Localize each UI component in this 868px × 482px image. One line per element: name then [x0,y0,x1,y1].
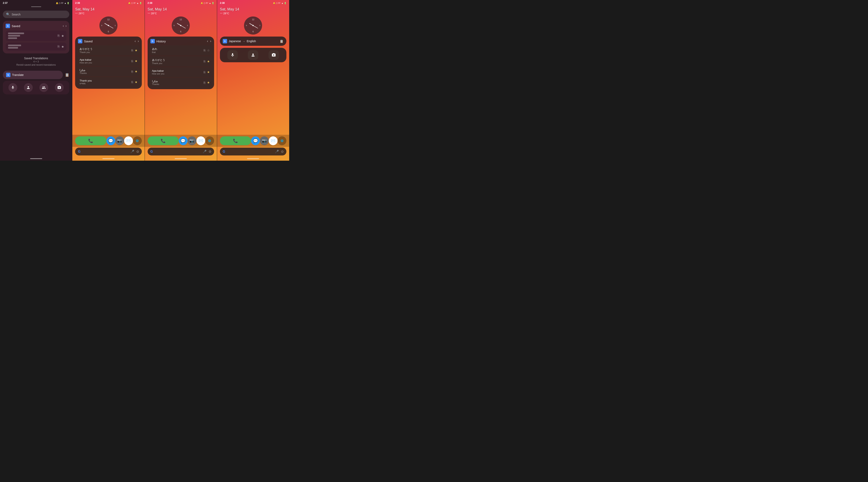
tw-hist-item-4[interactable]: شكرا Thanks ⎘ ★ [150,78,212,87]
extra-dock-4[interactable]: 🌐 [278,137,286,145]
copy-icon-h3[interactable]: ⎘ [204,70,206,74]
tw-secondary-4: धन्यवाद [80,82,92,85]
copy-icon-1[interactable]: ⎘ [131,49,133,52]
nav-prev[interactable]: ‹ [63,24,64,28]
mic-button[interactable] [8,83,17,92]
star-h3[interactable]: ★ [207,70,210,74]
status-icons-2: 🔔 ⬡ H⁺ ▲ 🔋 [128,2,142,4]
nav-arrows[interactable]: ‹ › [63,24,67,28]
search-bar[interactable]: 🔍 Search [3,11,69,18]
person-action-4[interactable] [248,50,258,60]
copy-icon-h1[interactable]: ⎘ [204,49,206,52]
translate-button[interactable]: G Translate [3,71,63,79]
star-1[interactable]: ★ [135,49,137,52]
home-indicator-3 [145,157,217,161]
tw-hist-actions-3[interactable]: ⎘ ★ [204,70,210,74]
tw-item-1[interactable]: ありがとう Thank you ⎘ ★ [77,46,140,55]
copy-icon-h4[interactable]: ⎘ [204,81,206,84]
lang-arrow-4: → [242,40,245,43]
person-button[interactable] [24,83,33,92]
camera-dock-3[interactable]: 📷 [188,137,196,145]
extra-dock-3[interactable]: 🌐 [205,137,214,145]
tw-actions-3[interactable]: ⎘ ★ [131,70,137,73]
tw-actions-4[interactable]: ⎘ ★ [131,80,137,84]
google-bar-4[interactable]: G 🎤 ⊙ [220,148,286,155]
clock-9-3: 9 [174,25,175,27]
google-mic-3[interactable]: 🎤 [203,150,207,153]
tw-hist-item-2[interactable]: ありがとう Thank you ⎘ ★ [150,56,212,66]
copy-icon-4[interactable]: ⎘ [131,80,133,84]
search-label: Search [12,13,21,16]
star-4[interactable]: ★ [135,80,137,84]
tw-item-text-2: Apa kabar How are you [80,58,92,64]
star-h4[interactable]: ★ [207,81,210,84]
tw-nav-3[interactable]: ‹ › [207,39,211,43]
nav-next[interactable]: › [65,24,66,28]
copy-icon-2[interactable]: ⎘ [131,59,133,63]
tw-nav-2[interactable]: ‹ › [134,39,139,43]
clock-3: 3 [115,25,116,27]
phone-dock-2[interactable]: 📞 [75,137,106,145]
clipboard-icon[interactable]: 📋 [65,73,69,77]
messages-dock-4[interactable]: 💬 [251,137,260,145]
phone-dock-4[interactable]: 📞 [220,137,251,145]
preview-actions-2[interactable]: ⎘ ★ [58,45,64,49]
google-mic-4[interactable]: 🎤 [275,150,279,153]
group-button[interactable] [39,83,48,92]
clipboard-lang-4[interactable]: 📋 [280,39,284,43]
google-lens-2[interactable]: ⊙ [136,150,139,153]
gmail-dock-2[interactable]: ✉️ [124,137,133,145]
star-h2[interactable]: ★ [207,60,210,63]
tw-item-2[interactable]: Apa kabar How are you ⎘ ★ [77,56,140,66]
tw-prev-3[interactable]: ‹ [207,39,208,43]
tw-hist-actions-1[interactable]: ⎘ ☆ [204,49,210,52]
min-hand-4 [253,25,258,29]
wallpaper-content-4: Sat, May 14 〰 28°C 12 3 6 9 G Japanese [217,6,289,135]
google-bar-2[interactable]: G 🎤 ⊙ [75,148,142,155]
tw-next-2[interactable]: › [138,39,139,43]
camera-button[interactable] [55,83,64,92]
clock-9-4: 9 [246,25,247,27]
tw-next-3[interactable]: › [210,39,211,43]
messages-dock-2[interactable]: 💬 [106,137,115,145]
google-mic-2[interactable]: 🎤 [130,150,134,153]
tw-actions-1[interactable]: ⎘ ★ [131,49,137,52]
history-widget-3: G History ‹ › あれ that ⎘ ☆ [148,36,214,89]
tw-hist-actions-2[interactable]: ⎘ ★ [204,60,210,63]
copy-icon-3[interactable]: ⎘ [131,70,133,73]
mic-action-4[interactable] [227,50,238,60]
phone-dock-3[interactable]: 📞 [148,137,179,145]
extra-dock-2[interactable]: 🌐 [133,137,142,145]
home-bar-1 [30,158,42,159]
star-2[interactable]: ★ [135,59,137,63]
camera-action-4[interactable] [269,50,279,60]
camera-dock-4[interactable]: 📷 [260,137,269,145]
copy-icon-h2[interactable]: ⎘ [204,60,206,63]
messages-dock-3[interactable]: 💬 [179,137,188,145]
tw-hist-item-1[interactable]: あれ that ⎘ ☆ [150,46,212,55]
weather-icon-2: 〰 [75,12,78,15]
google-lens-3[interactable]: ⊙ [209,150,211,153]
preview-actions-1[interactable]: ⎘ ★ [58,34,64,38]
translate-logo: G [6,24,10,28]
copy-icon[interactable]: ⎘ [58,45,60,49]
copy-icon[interactable]: ⎘ [58,34,60,38]
tw-hist-item-3[interactable]: Apa kabar How are you ⎘ ★ [150,67,212,77]
tw-hist-text-4: شكرا Thanks [152,80,159,85]
tw-hist-actions-4[interactable]: ⎘ ★ [204,81,210,84]
gmail-dock-3[interactable]: ✉️ [196,137,205,145]
lang-to-4: English [247,39,256,43]
star-3[interactable]: ★ [135,70,137,73]
star-icon[interactable]: ★ [61,34,64,38]
google-lens-4[interactable]: ⊙ [281,150,284,153]
tw-item-4[interactable]: Thank you धन्यवाद ⎘ ★ [77,77,140,87]
star-icon[interactable]: ★ [61,45,64,49]
google-bar-3[interactable]: G 🎤 ⊙ [148,148,214,155]
camera-dock-2[interactable]: 📷 [115,137,124,145]
tw-item-3[interactable]: شكرا Thanks ⎘ ★ [77,67,140,76]
star-h1[interactable]: ☆ [207,49,210,52]
tw-prev-2[interactable]: ‹ [134,39,136,43]
search-icon: 🔍 [6,12,10,16]
tw-actions-2[interactable]: ⎘ ★ [131,59,137,63]
gmail-dock-4[interactable]: ✉️ [269,137,278,145]
